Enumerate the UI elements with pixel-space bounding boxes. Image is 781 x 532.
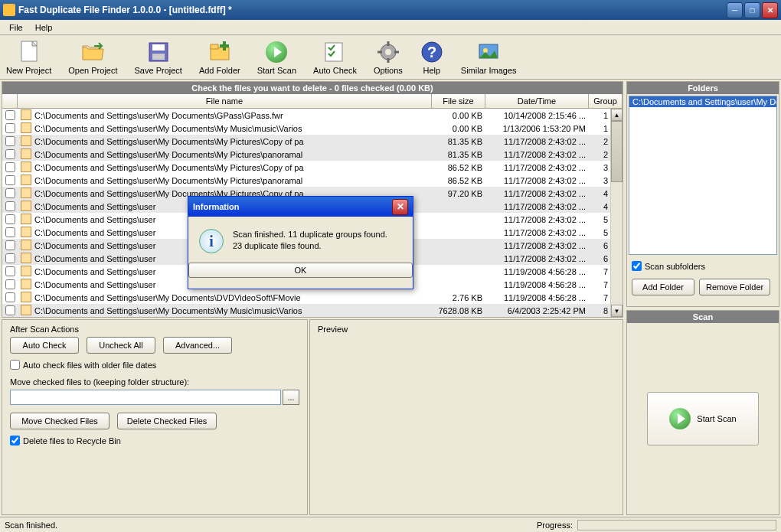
similar-images-button[interactable]: Similar Images [459, 38, 518, 77]
row-checkbox[interactable] [5, 175, 15, 185]
remove-folder-button[interactable]: Remove Folder [699, 279, 770, 295]
options-button[interactable]: Options [372, 38, 404, 77]
open-project-button[interactable]: Open Project [67, 38, 119, 77]
move-checked-button[interactable]: Move Checked Files [10, 413, 109, 429]
window-title: Fast Duplicate File Finder 1.0.0.0 - [un… [18, 5, 727, 15]
column-checkbox[interactable] [2, 94, 18, 108]
svg-point-11 [385, 49, 391, 55]
advanced-button[interactable]: Advanced... [163, 337, 232, 354]
row-checkbox[interactable] [5, 214, 15, 224]
row-checkbox[interactable] [5, 123, 15, 133]
help-menu[interactable]: Help [29, 21, 59, 34]
preview-panel: Preview [309, 319, 623, 515]
save-icon [146, 40, 171, 64]
cell-date: 11/17/2008 2:43:02 ... [485, 201, 589, 212]
folder-item[interactable]: C:\Documents and Settings\user\My Docume… [629, 96, 776, 107]
scroll-down-button[interactable]: ▼ [611, 305, 623, 317]
row-checkbox[interactable] [5, 136, 15, 146]
row-checkbox[interactable] [5, 201, 15, 211]
cell-filename: C:\Documents and Settings\user\My Docume… [31, 292, 432, 303]
close-button[interactable]: ✕ [762, 2, 778, 18]
auto-check-button[interactable]: Auto Check [312, 38, 358, 77]
row-checkbox[interactable] [5, 162, 15, 172]
row-checkbox[interactable] [5, 292, 15, 302]
check-list-icon [322, 40, 347, 64]
help-icon: ? [420, 40, 444, 64]
cell-filename: C:\Documents and Settings\user\My Docume… [31, 175, 432, 186]
file-list-columns: File name File size Date/Time Group [2, 94, 623, 109]
column-date[interactable]: Date/Time [485, 94, 589, 108]
file-icon [21, 149, 31, 159]
dialog-ok-button[interactable]: OK [188, 263, 413, 278]
cell-date: 11/17/2008 2:43:02 ... [485, 175, 589, 186]
file-menu[interactable]: File [3, 21, 29, 34]
add-folder-button[interactable]: Add Folder [198, 38, 242, 77]
cell-filesize [432, 271, 485, 273]
cell-filesize: 7628.08 KB [432, 305, 485, 316]
auto-check-action-button[interactable]: Auto Check [10, 337, 79, 354]
table-row[interactable]: C:\Documents and Settings\user\My Docume… [2, 109, 623, 122]
save-project-button[interactable]: Save Project [133, 38, 184, 77]
file-icon [21, 201, 31, 211]
help-button[interactable]: ? Help [418, 38, 446, 77]
scan-subfolders-checkbox[interactable] [632, 261, 642, 271]
recycle-bin-checkbox[interactable] [10, 436, 20, 446]
dialog-titlebar[interactable]: Information ✕ [188, 197, 413, 217]
row-checkbox[interactable] [5, 188, 15, 198]
file-icon [21, 214, 31, 224]
cell-filename: C:\Documents and Settings\user\My Docume… [31, 123, 432, 134]
move-label: Move checked files to (keeping folder st… [10, 377, 299, 387]
scroll-thumb[interactable] [611, 121, 623, 182]
cell-date: 11/19/2008 4:56:28 ... [485, 266, 589, 277]
row-checkbox[interactable] [5, 227, 15, 237]
maximize-button[interactable]: □ [744, 2, 760, 18]
table-row[interactable]: C:\Documents and Settings\user\My Docume… [2, 122, 623, 135]
scroll-up-button[interactable]: ▲ [611, 109, 623, 121]
row-checkbox[interactable] [5, 253, 15, 263]
move-path-input[interactable] [10, 390, 281, 405]
cell-date: 1/13/2006 1:53:20 PM [485, 123, 589, 134]
row-checkbox[interactable] [5, 305, 15, 315]
row-checkbox[interactable] [5, 240, 15, 250]
table-row[interactable]: C:\Documents and Settings\user\My Docume… [2, 135, 623, 148]
folder-open-icon [80, 40, 105, 64]
table-row[interactable]: C:\Documents and Settings\user\My Docume… [2, 291, 623, 304]
table-row[interactable]: C:\Documents and Settings\user\My Docume… [2, 174, 623, 187]
status-bar: Scan finished. Progress: [0, 517, 781, 532]
row-checkbox[interactable] [5, 110, 15, 120]
file-icon [21, 279, 31, 289]
add-folder-small-button[interactable]: Add Folder [632, 279, 694, 295]
column-filesize[interactable]: File size [432, 94, 485, 108]
scrollbar-vertical[interactable]: ▲ ▼ [610, 109, 623, 317]
dialog-close-button[interactable]: ✕ [392, 199, 408, 215]
dialog-title: Information [193, 202, 392, 211]
older-dates-checkbox[interactable] [10, 360, 20, 370]
svg-text:?: ? [427, 44, 436, 60]
uncheck-all-button[interactable]: Uncheck All [87, 337, 155, 354]
minimize-button[interactable]: ─ [727, 2, 743, 18]
actions-title: After Scan Actions [10, 325, 299, 334]
cell-filename: C:\Documents and Settings\user\My Docume… [31, 136, 432, 147]
column-group[interactable]: Group [589, 94, 623, 108]
toolbar: New Project Open Project Save Project Ad… [0, 35, 781, 80]
delete-checked-button[interactable]: Delete Checked Files [117, 413, 217, 429]
row-checkbox[interactable] [5, 149, 15, 159]
start-scan-button[interactable]: Start Scan [256, 38, 298, 77]
row-checkbox[interactable] [5, 279, 15, 289]
table-row[interactable]: C:\Documents and Settings\user\My Docume… [2, 304, 623, 317]
row-checkbox[interactable] [5, 266, 15, 276]
file-icon [21, 266, 31, 276]
browse-button[interactable]: ... [283, 390, 299, 405]
folders-list[interactable]: C:\Documents and Settings\user\My Docume… [629, 96, 777, 255]
cell-filesize [432, 232, 485, 233]
new-project-button[interactable]: New Project [5, 38, 53, 77]
cell-date: 11/17/2008 2:43:02 ... [485, 214, 589, 225]
cell-filesize: 81.35 KB [432, 136, 485, 147]
window-titlebar: Fast Duplicate File Finder 1.0.0.0 - [un… [0, 0, 781, 20]
scan-title: Scan [627, 311, 779, 323]
start-scan-big-button[interactable]: Start Scan [647, 392, 758, 446]
table-row[interactable]: C:\Documents and Settings\user\My Docume… [2, 148, 623, 161]
column-filename[interactable]: File name [18, 94, 432, 108]
table-row[interactable]: C:\Documents and Settings\user\My Docume… [2, 161, 623, 174]
folders-panel: Folders C:\Documents and Settings\user\M… [626, 81, 779, 307]
